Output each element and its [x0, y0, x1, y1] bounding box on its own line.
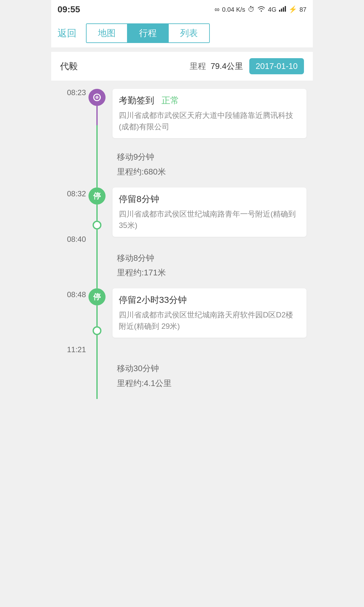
movement-2: 移动8分钟 里程约:171米	[51, 246, 313, 289]
svg-rect-3	[285, 6, 286, 12]
content-m2: 移动8分钟 里程约:171米	[112, 246, 306, 289]
stop-card-1: 停留8分钟 四川省成都市武侯区世纪城南路青年一号附近(精确到 35米)	[112, 187, 306, 237]
tab-list[interactable]: 列表	[169, 24, 209, 42]
tab-trip[interactable]: 行程	[128, 24, 169, 42]
time-2-start: 08:32	[67, 190, 86, 198]
line-2a	[96, 205, 98, 221]
content-m1: 移动9分钟 里程约:680米	[112, 144, 306, 187]
summary-row: 代毅 里程 79.4公里 2017-01-10	[51, 52, 313, 81]
line-3b	[96, 335, 98, 356]
mileage-label: 里程	[190, 61, 206, 72]
stop-end-dot-2	[93, 326, 101, 335]
stop-dot-2: 停	[88, 288, 106, 305]
stop-title-1: 停留8分钟	[119, 193, 300, 205]
header: 返回 地图 行程 列表	[51, 19, 313, 47]
event-stop-1: 08:32 08:40 停 停留8分钟 四川省成都市武侯区世纪城南路青年一号附近…	[51, 187, 313, 246]
svg-rect-1	[281, 9, 282, 12]
status-bar: 09:55 ∞ 0.04 K/s ⏱ 4G ⚡ 87	[51, 0, 313, 19]
line-3a	[96, 305, 98, 326]
checkin-dot	[88, 89, 106, 106]
time-col-2: 08:32 08:40	[58, 187, 86, 246]
speed-indicator: 0.04 K/s	[222, 6, 245, 13]
svg-point-5	[95, 96, 99, 99]
line-m1	[96, 144, 98, 187]
movement-duration-3: 移动30分钟	[117, 361, 303, 376]
time-3-start: 08:48	[67, 291, 86, 298]
bars-icon	[279, 5, 286, 14]
status-right: ∞ 0.04 K/s ⏱ 4G ⚡ 87	[215, 5, 306, 14]
stop-dot-1: 停	[88, 187, 106, 205]
time-col-3: 08:48 11:21	[58, 288, 86, 356]
user-name: 代毅	[60, 60, 78, 72]
time-3-end: 11:21	[67, 346, 86, 353]
time-col-m2	[58, 246, 86, 289]
time-col-m3	[58, 356, 86, 399]
checkin-status: 正常	[161, 95, 179, 105]
movement-card-2: 移动8分钟 里程约:171米	[114, 246, 306, 285]
dot-col-3: 停	[86, 288, 108, 356]
line-1b	[96, 125, 98, 144]
signal-icon: 4G	[268, 6, 276, 13]
svg-rect-0	[279, 10, 280, 12]
stop-card-2: 停留2小时33分钟 四川省成都市武侯区世纪城南路天府软件园D区D2楼附近(精确到…	[112, 288, 306, 338]
movement-distance-3: 里程约:4.1公里	[117, 376, 303, 391]
tab-group: 地图 行程 列表	[86, 23, 210, 43]
battery-level: 87	[300, 6, 306, 13]
movement-3: 移动30分钟 里程约:4.1公里	[51, 356, 313, 399]
dot-col-1	[86, 89, 108, 144]
time-col-m1	[58, 144, 86, 187]
infinity-icon: ∞	[215, 5, 220, 14]
back-button[interactable]: 返回	[58, 27, 76, 40]
clock-icon: ⏱	[248, 5, 255, 14]
movement-card-1: 移动9分钟 里程约:680米	[114, 144, 306, 184]
movement-duration-1: 移动9分钟	[117, 150, 303, 164]
movement-card-3: 移动30分钟 里程约:4.1公里	[114, 356, 306, 396]
checkin-address: 四川省成都市武侯区天府大道中段辅路靠近腾讯科技(成都)有限公司	[119, 110, 300, 132]
dot-col-m1	[86, 144, 108, 187]
movement-distance-2: 里程约:171米	[117, 265, 303, 280]
mileage-value: 79.4公里	[210, 61, 243, 72]
time-1-start: 08:23	[67, 89, 86, 96]
time-col-1: 08:23	[58, 89, 86, 144]
line-2b	[96, 230, 98, 246]
movement-distance-1: 里程约:680米	[117, 164, 303, 179]
tab-map[interactable]: 地图	[87, 24, 128, 42]
content-3: 停留2小时33分钟 四川省成都市武侯区世纪城南路天府软件园D区D2楼附近(精确到…	[112, 288, 306, 356]
content-2: 停留8分钟 四川省成都市武侯区世纪城南路青年一号附近(精确到 35米)	[112, 187, 306, 246]
time-2-end: 08:40	[67, 236, 86, 243]
line-1a	[96, 106, 98, 125]
dot-col-2: 停	[86, 187, 108, 246]
dot-col-m3	[86, 356, 108, 399]
movement-duration-2: 移动8分钟	[117, 251, 303, 266]
stop-address-2: 四川省成都市武侯区世纪城南路天府软件园D区D2楼附近(精确到 29米)	[119, 309, 300, 332]
status-time: 09:55	[58, 4, 80, 15]
event-stop-2: 08:48 11:21 停 停留2小时33分钟 四川省成都市武侯区世纪城南路天府…	[51, 288, 313, 356]
timeline: 08:23 考勤签到 正常 四川省成都市武侯区天府大	[51, 81, 313, 402]
date-badge: 2017-01-10	[249, 58, 304, 74]
lightning-icon: ⚡	[288, 5, 297, 14]
svg-rect-2	[283, 7, 284, 12]
checkin-title: 考勤签到 正常	[119, 95, 300, 107]
stop-end-dot-1	[93, 221, 101, 230]
line-m3	[96, 356, 98, 399]
dot-col-m2	[86, 246, 108, 289]
movement-1: 移动9分钟 里程约:680米	[51, 144, 313, 187]
stop-address-1: 四川省成都市武侯区世纪城南路青年一号附近(精确到 35米)	[119, 208, 300, 231]
checkin-card: 考勤签到 正常 四川省成都市武侯区天府大道中段辅路靠近腾讯科技(成都)有限公司	[112, 89, 306, 138]
content-1: 考勤签到 正常 四川省成都市武侯区天府大道中段辅路靠近腾讯科技(成都)有限公司	[112, 89, 306, 144]
event-checkin: 08:23 考勤签到 正常 四川省成都市武侯区天府大	[51, 84, 313, 144]
wifi-icon	[257, 5, 265, 14]
content-m3: 移动30分钟 里程约:4.1公里	[112, 356, 306, 399]
stop-title-2: 停留2小时33分钟	[119, 294, 300, 306]
line-m2	[96, 246, 98, 289]
